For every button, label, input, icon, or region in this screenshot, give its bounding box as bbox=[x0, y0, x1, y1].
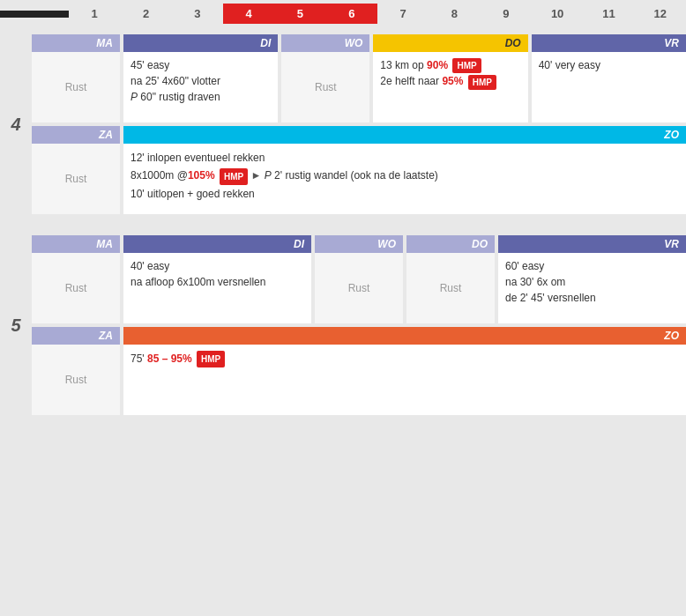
week5-di-header: DI bbox=[123, 235, 311, 253]
week5-do-col: DO Rust bbox=[406, 235, 495, 323]
hmp-badge-3: HMP bbox=[220, 168, 248, 185]
week-numbers: 123456789101112 bbox=[69, 4, 686, 24]
week5-wo-col: WO Rust bbox=[315, 235, 403, 323]
week4-zo-col: ZO 12' inlopen eventueel rekken 8x1000m … bbox=[123, 126, 686, 214]
hmp-badge-2: HMP bbox=[468, 75, 496, 90]
week4-do-line1: 13 km op 90% HMP bbox=[380, 57, 520, 73]
week-header: 123456789101112 bbox=[0, 0, 686, 27]
week4-vr-header: VR bbox=[532, 34, 686, 52]
week5-za-content: Rust bbox=[32, 345, 120, 415]
week5-vr-line3: de 2' 45' versnellen bbox=[505, 290, 679, 306]
week-label bbox=[0, 11, 69, 18]
week4-ma-header: MA bbox=[32, 34, 120, 52]
week5-wo-content: Rust bbox=[315, 253, 403, 323]
week5-vr-content: 60' easy na 30' 6x om de 2' 45' versnell… bbox=[498, 253, 686, 323]
week-num-11[interactable]: 11 bbox=[583, 4, 634, 24]
week-num-4[interactable]: 4 bbox=[223, 4, 274, 24]
week5-di-content: 40' easy na afloop 6x100m versnellen bbox=[123, 253, 311, 323]
week5-vr-header: VR bbox=[498, 235, 686, 253]
week5-di-line1: 40' easy bbox=[130, 258, 304, 274]
week5-ma-content: Rust bbox=[32, 253, 120, 323]
week4-zo-line3: 10' uitlopen + goed rekken bbox=[130, 185, 679, 203]
week4-za-header: ZA bbox=[32, 126, 120, 144]
week4-do-col: DO 13 km op 90% HMP 2e helft naar 95% HM… bbox=[373, 34, 527, 122]
week4-wo-col: WO Rust bbox=[281, 34, 369, 122]
hmp-badge-4: HMP bbox=[197, 351, 225, 367]
week-num-12[interactable]: 12 bbox=[635, 4, 686, 24]
hmp-badge-1: HMP bbox=[452, 58, 481, 73]
week4-di-content: 45' easy na 25' 4x60" vlotter P 60" rust… bbox=[123, 52, 278, 122]
week4-do-header: DO bbox=[373, 34, 527, 52]
week-num-5[interactable]: 5 bbox=[274, 4, 325, 24]
week-num-8[interactable]: 8 bbox=[429, 4, 480, 24]
week-5-number: 5 bbox=[0, 235, 32, 415]
week4-di-col: DI 45' easy na 25' 4x60" vlotter P 60" r… bbox=[123, 34, 278, 122]
week4-di-line1: 45' easy bbox=[130, 57, 271, 73]
week4-do-line2: 2e helft naar 95% HMP bbox=[380, 73, 520, 89]
week4-do-content: 13 km op 90% HMP 2e helft naar 95% HMP bbox=[373, 52, 527, 122]
week4-ma-col: MA Rust bbox=[32, 34, 120, 122]
week4-zo-line1: 12' inlopen eventueel rekken bbox=[130, 149, 679, 167]
week4-ma-content: Rust bbox=[32, 52, 120, 122]
week-num-10[interactable]: 10 bbox=[532, 4, 583, 24]
week-4-block: 4 MA Rust DI 45' easy na 25' 4x60" vlott… bbox=[0, 27, 686, 228]
week-5-block: 5 MA Rust DI 40' easy na afloop 6x100m v… bbox=[0, 228, 686, 429]
week-num-9[interactable]: 9 bbox=[481, 4, 532, 24]
week5-zo-col: ZO 75' 85 – 95% HMP bbox=[123, 327, 686, 415]
week4-zo-line2: 8x1000m @105% HMP ► P 2' rustig wandel (… bbox=[130, 167, 679, 184]
week-4-number: 4 bbox=[0, 34, 32, 214]
week-num-6[interactable]: 6 bbox=[326, 4, 377, 24]
week5-zo-content: 75' 85 – 95% HMP bbox=[123, 345, 686, 415]
week-num-1[interactable]: 1 bbox=[69, 4, 120, 24]
week4-wo-header: WO bbox=[281, 34, 369, 52]
week5-zo-line1: 75' 85 – 95% HMP bbox=[130, 350, 679, 367]
week4-vr-line1: 40' very easy bbox=[539, 57, 679, 73]
week4-di-header: DI bbox=[123, 34, 278, 52]
week4-za-content: Rust bbox=[32, 144, 120, 214]
week4-zo-content: 12' inlopen eventueel rekken 8x1000m @10… bbox=[123, 144, 686, 214]
week5-di-line2: na afloop 6x100m versnellen bbox=[130, 274, 304, 290]
week4-di-line3: P 60" rustig draven bbox=[130, 89, 271, 105]
week5-do-header: DO bbox=[406, 235, 495, 253]
week5-di-col: DI 40' easy na afloop 6x100m versnellen bbox=[123, 235, 311, 323]
week-num-2[interactable]: 2 bbox=[120, 4, 171, 24]
week4-di-line2: na 25' 4x60" vlotter bbox=[130, 73, 271, 89]
week5-ma-header: MA bbox=[32, 235, 120, 253]
week5-vr-line1: 60' easy bbox=[505, 258, 679, 274]
week4-wo-content: Rust bbox=[281, 52, 369, 122]
week4-za-col: ZA Rust bbox=[32, 126, 120, 214]
week5-za-header: ZA bbox=[32, 327, 120, 345]
week5-wo-header: WO bbox=[315, 235, 403, 253]
week5-vr-col: VR 60' easy na 30' 6x om de 2' 45' versn… bbox=[498, 235, 686, 323]
week-num-3[interactable]: 3 bbox=[172, 4, 223, 24]
week4-vr-content: 40' very easy bbox=[532, 52, 686, 122]
week4-vr-col: VR 40' very easy bbox=[532, 34, 686, 122]
week5-zo-header: ZO bbox=[123, 327, 686, 345]
week-num-7[interactable]: 7 bbox=[377, 4, 429, 24]
week5-vr-line2: na 30' 6x om bbox=[505, 274, 679, 290]
week5-ma-col: MA Rust bbox=[32, 235, 120, 323]
week4-zo-header: ZO bbox=[123, 126, 686, 144]
week5-do-content: Rust bbox=[406, 253, 495, 323]
week5-za-col: ZA Rust bbox=[32, 327, 120, 415]
